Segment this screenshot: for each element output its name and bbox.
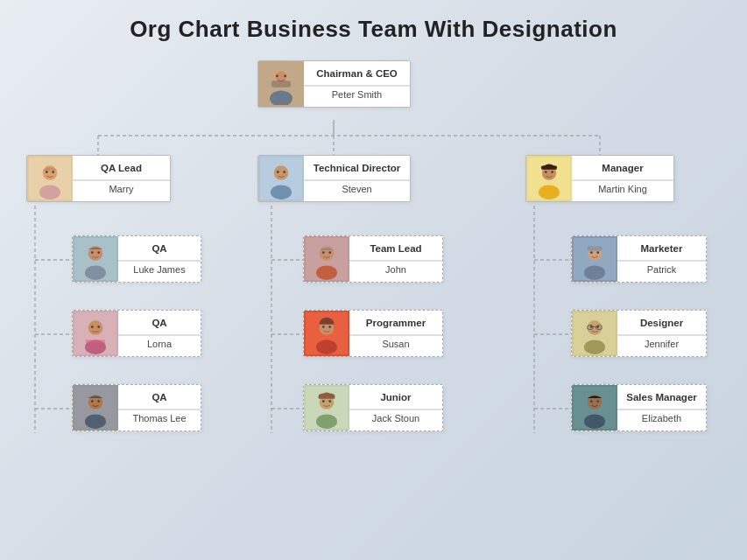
svg-point-77 bbox=[588, 320, 603, 335]
page-title: Org Chart Business Team With Designation bbox=[0, 0, 747, 52]
svg-point-32 bbox=[277, 171, 279, 173]
node-qa-thomas: QA Thomas Lee bbox=[72, 384, 201, 431]
svg-point-64 bbox=[328, 326, 331, 328]
avatar-qa-thomas bbox=[73, 385, 118, 430]
svg-point-72 bbox=[584, 265, 605, 280]
node-title-qa-lorna: QA bbox=[118, 311, 201, 335]
node-name-qa-lead: Marry bbox=[73, 180, 170, 197]
node-name-marketer: Patrick bbox=[617, 261, 706, 277]
svg-point-36 bbox=[539, 185, 560, 200]
node-right-qa-thomas: QA Thomas Lee bbox=[118, 385, 201, 430]
node-junior: Junior Jack Stoun bbox=[303, 384, 443, 431]
avatar-marketer bbox=[572, 236, 617, 282]
svg-point-47 bbox=[91, 326, 94, 328]
node-title-designer: Designer bbox=[617, 311, 706, 335]
svg-point-73 bbox=[590, 251, 593, 254]
svg-point-67 bbox=[316, 414, 337, 429]
node-name-manager: Martin King bbox=[572, 180, 673, 197]
svg-point-69 bbox=[328, 400, 331, 402]
node-title-programmer: Programmer bbox=[349, 311, 442, 335]
svg-point-37 bbox=[545, 171, 547, 173]
svg-rect-21 bbox=[271, 80, 291, 87]
node-programmer: Programmer Susan bbox=[303, 310, 443, 357]
node-name-qa-luke: Luke James bbox=[118, 261, 201, 277]
avatar-sales-mgr bbox=[572, 385, 617, 430]
node-right-designer: Designer Jennifer bbox=[617, 311, 706, 356]
svg-point-23 bbox=[284, 74, 286, 77]
node-title-qa-luke: QA bbox=[118, 236, 201, 261]
svg-point-43 bbox=[97, 251, 100, 254]
avatar-ceo bbox=[258, 61, 304, 107]
node-qa-lorna: QA Lorna bbox=[72, 310, 201, 357]
svg-point-27 bbox=[46, 171, 48, 173]
node-qa-lead: QA Lead Marry bbox=[26, 155, 171, 202]
node-right-qa-lorna: QA Lorna bbox=[118, 311, 201, 356]
svg-point-58 bbox=[322, 251, 325, 254]
avatar-qa-lorna bbox=[73, 311, 118, 356]
node-right-programmer: Programmer Susan bbox=[349, 311, 442, 356]
avatar-tech-dir bbox=[258, 156, 304, 201]
node-title-qa-lead: QA Lead bbox=[73, 156, 170, 180]
node-right-tech-dir: Technical Director Steven bbox=[304, 156, 410, 201]
svg-point-30 bbox=[274, 165, 289, 180]
svg-point-33 bbox=[283, 171, 285, 173]
avatar-designer bbox=[572, 311, 617, 356]
node-title-ceo: Chairman & CEO bbox=[304, 61, 410, 86]
node-title-team-lead: Team Lead bbox=[349, 236, 442, 261]
node-name-team-lead: John bbox=[349, 261, 442, 277]
svg-point-59 bbox=[328, 251, 331, 254]
svg-point-62 bbox=[316, 340, 337, 354]
node-name-programmer: Susan bbox=[349, 335, 442, 352]
node-title-sales-mgr: Sales Manager bbox=[617, 385, 706, 410]
svg-point-28 bbox=[52, 171, 54, 173]
node-right-marketer: Marketer Patrick bbox=[617, 236, 706, 282]
svg-point-31 bbox=[271, 185, 292, 200]
node-designer: Designer Jennifer bbox=[571, 310, 707, 357]
svg-point-53 bbox=[91, 400, 94, 402]
node-name-ceo: Peter Smith bbox=[304, 86, 410, 102]
svg-point-22 bbox=[276, 74, 278, 77]
node-manager: Manager Martin King bbox=[525, 155, 674, 202]
svg-point-26 bbox=[39, 185, 60, 200]
avatar-qa-luke bbox=[73, 236, 118, 282]
node-right-sales-mgr: Sales Manager Elizabeth bbox=[617, 385, 706, 430]
node-right-qa-luke: QA Luke James bbox=[118, 236, 201, 282]
svg-point-52 bbox=[85, 414, 106, 429]
svg-point-74 bbox=[596, 251, 599, 254]
avatar-team-lead bbox=[304, 236, 349, 282]
node-right-junior: Junior Jack Stoun bbox=[349, 385, 442, 430]
node-title-marketer: Marketer bbox=[617, 236, 706, 261]
node-right-qa-lead: QA Lead Marry bbox=[73, 156, 170, 201]
chart-area: Chairman & CEO Peter Smith QA Lead Marry bbox=[0, 52, 747, 550]
svg-point-41 bbox=[85, 265, 106, 280]
svg-point-63 bbox=[322, 326, 325, 328]
avatar-junior bbox=[304, 385, 349, 430]
svg-point-42 bbox=[91, 251, 94, 254]
avatar-qa-lead bbox=[27, 156, 73, 201]
node-right-ceo: Chairman & CEO Peter Smith bbox=[304, 61, 410, 107]
node-tech-dir: Technical Director Steven bbox=[257, 155, 411, 202]
node-title-tech-dir: Technical Director bbox=[304, 156, 410, 180]
svg-point-78 bbox=[584, 340, 605, 354]
node-right-manager: Manager Martin King bbox=[572, 156, 673, 201]
node-name-qa-thomas: Thomas Lee bbox=[118, 410, 201, 426]
node-sales-mgr: Sales Manager Elizabeth bbox=[571, 384, 707, 431]
node-name-qa-lorna: Lorna bbox=[118, 335, 201, 352]
connector-lines bbox=[0, 52, 747, 550]
svg-point-80 bbox=[596, 326, 599, 328]
node-title-junior: Junior bbox=[349, 385, 442, 410]
svg-point-87 bbox=[590, 400, 593, 402]
node-qa-luke: QA Luke James bbox=[72, 235, 201, 283]
node-ceo: Chairman & CEO Peter Smith bbox=[257, 60, 411, 108]
node-title-qa-thomas: QA bbox=[118, 385, 201, 410]
svg-point-57 bbox=[316, 265, 337, 280]
svg-rect-49 bbox=[86, 340, 105, 343]
svg-point-38 bbox=[551, 171, 553, 173]
svg-point-68 bbox=[322, 400, 325, 402]
svg-point-86 bbox=[584, 414, 605, 429]
node-team-lead: Team Lead John bbox=[303, 235, 443, 283]
svg-point-88 bbox=[596, 400, 599, 402]
svg-point-79 bbox=[590, 326, 593, 328]
node-right-team-lead: Team Lead John bbox=[349, 236, 442, 282]
svg-point-54 bbox=[97, 400, 100, 402]
